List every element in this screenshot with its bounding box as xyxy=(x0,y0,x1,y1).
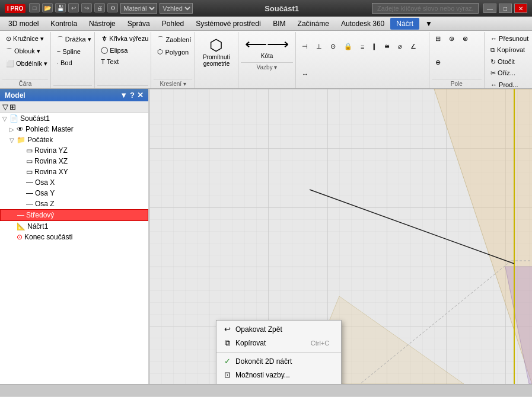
save-btn[interactable]: 💾 xyxy=(55,3,66,12)
ribbon-section-cara: ⊙ Kružnice ▾ ⌒ Oblouk ▾ ⬜ Obdélník ▾ Čár… xyxy=(0,32,51,88)
search-input[interactable] xyxy=(372,3,479,14)
constraint4[interactable]: 🔒 xyxy=(340,33,356,60)
kopirovat-btn[interactable]: ⧉ Kopírovat xyxy=(487,44,530,56)
filter-icon[interactable]: ▽ xyxy=(2,103,8,111)
ctx-dokoncit[interactable]: ✓ Dokončit 2D náčrt xyxy=(216,354,341,368)
elipsa-btn[interactable]: ◯ Elipsa xyxy=(97,44,148,56)
zaobleni-btn[interactable]: ⌒ Zaoblení xyxy=(154,33,192,46)
tree-item[interactable]: ▽ 📁 Počátek xyxy=(0,135,148,145)
toolbar-controls: □ 📂 💾 ↩ ↪ 🖨 ⚙ Materiál Vzhled xyxy=(29,3,193,14)
plane-icon: ▭ xyxy=(26,146,33,155)
shape2-label: Kreslení ▾ xyxy=(154,79,192,87)
tree-item[interactable]: — Osa Z xyxy=(0,198,148,209)
redo-btn[interactable]: ↪ xyxy=(81,3,92,12)
menu-nacrt[interactable]: Náčrt xyxy=(390,18,419,30)
constraint9[interactable]: ∠ xyxy=(407,33,420,60)
promitnut-btn[interactable]: ⬡ Promítnutígeometrie xyxy=(199,34,234,70)
open-btn[interactable]: 📂 xyxy=(42,3,53,12)
presunout-btn[interactable]: ↔ Přesunout xyxy=(487,33,530,44)
pole1[interactable]: ⊞ xyxy=(432,33,444,44)
tree-item-end[interactable]: ⊙ Konec součásti xyxy=(0,232,148,242)
orizout-btn[interactable]: ✂ Oříz... xyxy=(487,68,530,79)
constraint8[interactable]: ⌀ xyxy=(394,33,406,60)
undo-btn[interactable]: ↩ xyxy=(68,3,79,12)
menu-zaciname[interactable]: Začínáme xyxy=(292,18,335,30)
tree-label: Pohled: Master xyxy=(26,125,74,133)
options-btn[interactable]: ⚙ xyxy=(107,3,118,12)
copy-icon: ⧉ xyxy=(221,338,233,348)
minimize-btn[interactable]: — xyxy=(483,4,496,13)
menu-systemprostred[interactable]: Systémové prostředí xyxy=(190,18,267,30)
polygon-btn[interactable]: ⬡ Polygon xyxy=(154,46,192,57)
menu-pohled[interactable]: Pohled xyxy=(156,18,190,30)
constraint10[interactable]: ↔ xyxy=(298,61,312,87)
expand-arrow: ▽ xyxy=(9,137,17,143)
tree-item[interactable]: — Osa Y xyxy=(0,188,148,198)
spline-btn[interactable]: ~ Spline xyxy=(53,46,92,57)
constraint1[interactable]: ⊣ xyxy=(298,33,311,60)
sketch-icon: 📐 xyxy=(17,222,26,230)
pole4[interactable]: ⊕ xyxy=(432,57,444,68)
ctx-moznosti[interactable]: ⊡ Možnosti vazby... xyxy=(216,368,341,382)
text-btn[interactable]: T Text xyxy=(97,56,148,67)
ctx-kopirovat[interactable]: ⧉ Kopírovat Ctrl+C xyxy=(216,336,341,350)
constraint2[interactable]: ⊥ xyxy=(313,33,326,60)
panel-pin-icon[interactable]: ✕ xyxy=(137,91,144,100)
menu-3dmodel[interactable]: 3D model xyxy=(2,18,44,30)
krivka-btn[interactable]: 🗡 Křivka výřezu xyxy=(97,33,148,44)
ctx-opakovat[interactable]: ↩ Opakovat Zpět xyxy=(216,322,341,336)
new-btn[interactable]: □ xyxy=(29,3,40,12)
window-controls: — □ ✕ xyxy=(483,4,527,13)
view-dropdown[interactable]: Vzhled xyxy=(160,3,193,14)
oblouk-btn[interactable]: ⌒ Oblouk ▾ xyxy=(2,45,48,57)
tree-label: Součást1 xyxy=(20,114,50,123)
tree-label: Rovina XY xyxy=(34,168,68,176)
expand-icon[interactable]: ⊞ xyxy=(9,103,16,111)
ctx-label: Kopírovat xyxy=(235,339,266,347)
kota-btn[interactable]: ⟵⟶ Kóta xyxy=(241,33,293,62)
ribbon-curves-btns: 🗡 Křivka výřezu ◯ Elipsa T Text xyxy=(97,33,148,85)
otocit-btn[interactable]: ↻ Otočit xyxy=(487,56,530,68)
tree-item[interactable]: ▽ 📄 Součást1 xyxy=(0,113,148,124)
tree-item[interactable]: — Osa X xyxy=(0,177,148,188)
menu-extra[interactable]: ▼ xyxy=(419,18,438,30)
viewport[interactable]: Z X Y ↩ Opakovat Zpět ⧉ Kopírovat xyxy=(149,89,532,384)
constraint3[interactable]: ⊙ xyxy=(327,33,339,60)
drazka-btn[interactable]: ⌒ Drážka ▾ xyxy=(53,33,92,46)
tree-label: Osa Y xyxy=(35,189,55,197)
menu-nastroje[interactable]: Nástroje xyxy=(83,18,122,30)
tree-item[interactable]: ▭ Rovina XY xyxy=(0,167,148,177)
tree-label: Náčrt1 xyxy=(27,222,48,230)
tree-label: Počátek xyxy=(27,136,53,144)
kruznice-btn[interactable]: ⊙ Kružnice ▾ xyxy=(2,33,48,44)
menu-kontrola[interactable]: Kontrola xyxy=(44,18,83,30)
menu-sprava[interactable]: Správa xyxy=(122,18,156,30)
obdelnik-btn[interactable]: ⬜ Obdélník ▾ xyxy=(2,58,48,69)
menu-autodesk360[interactable]: Autodesk 360 xyxy=(335,18,390,30)
constraint7[interactable]: ≅ xyxy=(381,33,393,60)
ctx-prichytit[interactable]: ✓ Přichytit k rastru xyxy=(216,382,341,384)
tree-item-stredovy[interactable]: — Středový xyxy=(0,209,148,221)
constraint5[interactable]: ≡ xyxy=(357,33,368,60)
panel-help-icon[interactable]: ? xyxy=(130,91,135,100)
close-btn[interactable]: ✕ xyxy=(514,4,527,13)
axis-icon: — xyxy=(26,189,33,197)
tree-item[interactable]: ▭ Rovina YZ xyxy=(0,145,148,156)
ribbon-section-upravit: ↔ Přesunout ⧉ Kopírovat ↻ Otočit ✂ Oříz.… xyxy=(485,32,532,88)
pole3[interactable]: ⊗ xyxy=(459,33,472,44)
panel-close-icon[interactable]: ▼ xyxy=(120,91,128,100)
tree-item[interactable]: ▭ Rovina XZ xyxy=(0,156,148,167)
bod-btn[interactable]: · Bod xyxy=(53,57,92,68)
print-btn[interactable]: 🖨 xyxy=(94,3,105,12)
pole2[interactable]: ⊚ xyxy=(445,33,458,44)
constraint6[interactable]: ∥ xyxy=(369,33,380,60)
tree-item[interactable]: ▷ 👁 Pohled: Master xyxy=(0,124,148,135)
curves-label xyxy=(97,85,148,87)
tree-item[interactable]: 📐 Náčrt1 xyxy=(0,221,148,232)
ctx-separator xyxy=(216,352,341,353)
tree-label: Rovina XZ xyxy=(34,157,68,165)
ribbon-cara-btns: ⊙ Kružnice ▾ ⌒ Oblouk ▾ ⬜ Obdélník ▾ xyxy=(2,33,48,79)
material-dropdown[interactable]: Materiál xyxy=(120,3,157,14)
maximize-btn[interactable]: □ xyxy=(499,4,512,13)
menu-bim[interactable]: BIM xyxy=(267,18,291,30)
